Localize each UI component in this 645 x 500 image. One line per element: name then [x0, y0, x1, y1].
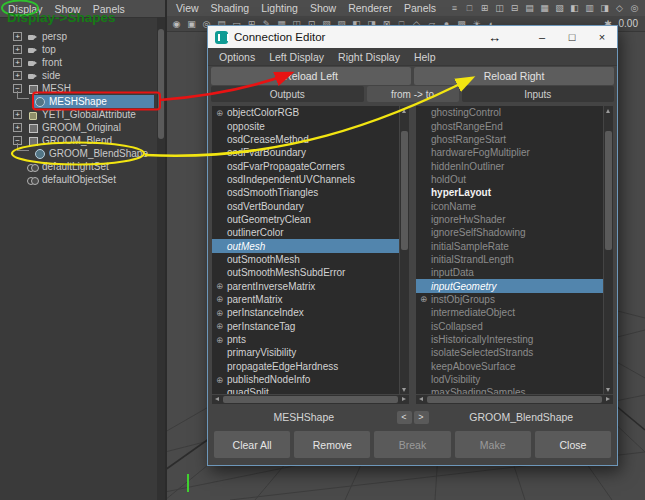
attribute-row[interactable]: inputGeometry: [416, 279, 603, 292]
menu-item[interactable]: Panels: [398, 2, 442, 14]
outliner-item[interactable]: MESHShape: [0, 95, 156, 108]
menu-item[interactable]: Lighting: [255, 2, 304, 14]
attribute-row[interactable]: osdVertBoundary: [212, 199, 399, 212]
outputs-tab[interactable]: Outputs: [211, 86, 364, 102]
expand-plus-icon[interactable]: ⊕: [212, 308, 227, 318]
expander-icon[interactable]: +: [13, 71, 22, 80]
outliner-item[interactable]: defaultLightSet: [0, 160, 156, 173]
attribute-row[interactable]: ⊕ publishedNodeInfo: [212, 373, 399, 386]
outliner-item[interactable]: defaultObjectSet: [0, 173, 156, 186]
attribute-row[interactable]: inputData: [416, 266, 603, 279]
expand-plus-icon[interactable]: ⊕: [212, 108, 227, 118]
scrollbar-thumb[interactable]: [158, 29, 164, 139]
close-icon[interactable]: ×: [587, 26, 617, 48]
expand-plus-icon[interactable]: ⊕: [212, 321, 227, 331]
attribute-row[interactable]: propagateEdgeHardness: [212, 360, 399, 373]
horizontal-scrollbar[interactable]: [416, 395, 613, 404]
expand-plus-icon[interactable]: ⊕: [212, 281, 227, 291]
camera-view-icon[interactable]: ◎: [627, 2, 642, 15]
menu-item[interactable]: Options: [212, 51, 262, 63]
attribute-row[interactable]: osdCreaseMethod: [212, 133, 399, 146]
expand-plus-icon[interactable]: ⊕: [212, 294, 227, 304]
four-pane-icon[interactable]: ⊞: [477, 2, 492, 15]
menu-item[interactable]: Help: [407, 51, 443, 63]
outliner-pane-icon[interactable]: ▥: [582, 2, 597, 15]
select-camera-icon[interactable]: ◉: [169, 17, 184, 30]
next-connection-button[interactable]: >: [414, 411, 429, 424]
attribute-row[interactable]: initialSampleRate: [416, 239, 603, 252]
scrollbar-thumb[interactable]: [427, 396, 602, 403]
attribute-row[interactable]: outlinerColor: [212, 226, 399, 239]
expander-icon[interactable]: +: [13, 110, 22, 119]
render-view-icon[interactable]: ▦: [537, 2, 552, 15]
outliner-item[interactable]: + top: [0, 43, 156, 56]
menu-item[interactable]: Show: [304, 2, 342, 14]
attribute-row[interactable]: hyperLayout: [416, 186, 603, 199]
outliner-item[interactable]: GROOM_BlendShape: [0, 147, 156, 160]
attribute-row[interactable]: primaryVisibility: [212, 346, 399, 359]
hypershade-icon[interactable]: ▤: [522, 2, 537, 15]
lock-camera-icon[interactable]: ▣: [184, 17, 199, 30]
attribute-row[interactable]: osdFvarBoundary: [212, 146, 399, 159]
menu-item[interactable]: Renderer: [342, 2, 398, 14]
menu-item[interactable]: Right Display: [331, 51, 407, 63]
outliner-item[interactable]: + YETI_GlobalAttribute: [0, 108, 156, 121]
attribute-row[interactable]: osdIndependentUVChannels: [212, 173, 399, 186]
attribute-row[interactable]: ignoreHwShader: [416, 213, 603, 226]
outliner-item[interactable]: + GROOM_Original: [0, 121, 156, 134]
horizontal-scrollbar[interactable]: [212, 395, 409, 404]
attribute-row[interactable]: ⊕ parentMatrix: [212, 293, 399, 306]
attribute-row[interactable]: keepAboveSurface: [416, 360, 603, 373]
attribute-row[interactable]: hiddenInOutliner: [416, 159, 603, 172]
menu-item[interactable]: View: [170, 2, 205, 14]
scroll-left-icon[interactable]: [212, 395, 221, 404]
attribute-row[interactable]: initialStrandLength: [416, 253, 603, 266]
menu-item[interactable]: Show: [48, 3, 86, 15]
minimize-icon[interactable]: –: [527, 26, 557, 48]
scroll-down-icon[interactable]: [400, 385, 409, 394]
attribute-row[interactable]: outMesh: [212, 239, 399, 252]
attribute-row[interactable]: opposite: [212, 119, 399, 132]
attribute-row[interactable]: ghostRangeEnd: [416, 119, 603, 132]
vertical-scrollbar[interactable]: [604, 106, 613, 394]
scroll-up-icon[interactable]: [400, 106, 409, 115]
expander-icon[interactable]: +: [13, 32, 22, 41]
expand-plus-icon[interactable]: ⊕: [212, 375, 227, 385]
footer-button[interactable]: Close: [535, 431, 611, 458]
single-pane-icon[interactable]: □: [462, 2, 477, 15]
attribute-row[interactable]: isolateSelectedStrands: [416, 346, 603, 359]
outliner-scrollbar[interactable]: [157, 17, 165, 500]
attribute-row[interactable]: maxShadingSamples: [416, 386, 603, 394]
reload-left-button[interactable]: Reload Left: [211, 67, 411, 85]
panel-layout-icon[interactable]: ≡: [447, 2, 462, 15]
graph-editor-icon[interactable]: ◨: [597, 2, 612, 15]
node-editor-icon[interactable]: ◧: [567, 2, 582, 15]
footer-button[interactable]: Remove: [294, 431, 370, 458]
attribute-row[interactable]: iconName: [416, 199, 603, 212]
scrollbar-thumb[interactable]: [401, 131, 408, 250]
scroll-up-icon[interactable]: [604, 106, 613, 115]
attribute-row[interactable]: lodVisibility: [416, 373, 603, 386]
inputs-tab[interactable]: Inputs: [462, 86, 615, 102]
attribute-row[interactable]: quadSplit: [212, 386, 399, 394]
reload-right-button[interactable]: Reload Right: [414, 67, 614, 85]
footer-button[interactable]: Clear All: [214, 431, 290, 458]
attribute-row[interactable]: osdFvarPropagateCorners: [212, 159, 399, 172]
attribute-row[interactable]: ignoreSelfShadowing: [416, 226, 603, 239]
window-titlebar[interactable]: Connection Editor ↔ –□×: [208, 26, 617, 48]
menu-item[interactable]: Display: [2, 3, 48, 15]
attribute-row[interactable]: ghostingControl: [416, 106, 603, 119]
attribute-row[interactable]: outSmoothMesh: [212, 253, 399, 266]
attribute-row[interactable]: intermediateObject: [416, 306, 603, 319]
attribute-row[interactable]: isHistoricallyInteresting: [416, 333, 603, 346]
attribute-row[interactable]: ⊕ perInstanceIndex: [212, 306, 399, 319]
scrollbar-thumb[interactable]: [605, 131, 612, 250]
attribute-row[interactable]: ⊕ perInstanceTag: [212, 320, 399, 333]
uv-editor-icon[interactable]: ▧: [552, 2, 567, 15]
scrollbar-thumb[interactable]: [223, 396, 398, 403]
scroll-left-icon[interactable]: [416, 395, 425, 404]
expand-plus-icon[interactable]: ⊕: [212, 335, 227, 345]
expander-icon[interactable]: +: [13, 45, 22, 54]
maximize-icon[interactable]: □: [557, 26, 587, 48]
menu-item[interactable]: Left Display: [262, 51, 331, 63]
